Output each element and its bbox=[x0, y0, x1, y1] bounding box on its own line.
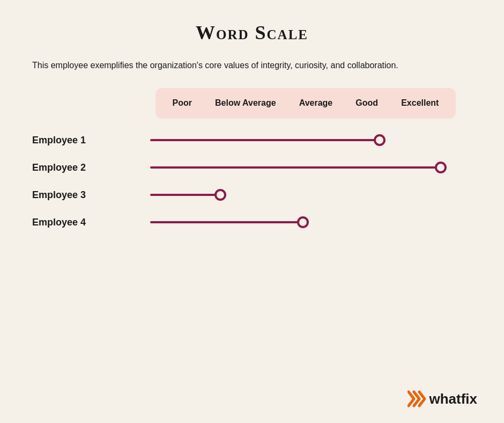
logo-text: whatfix bbox=[429, 391, 477, 407]
employee-3-slider[interactable] bbox=[150, 189, 456, 200]
table-row: Employee 1 bbox=[32, 135, 472, 146]
page-title: Word Scale bbox=[32, 21, 472, 44]
scale-label-good: Good bbox=[355, 98, 378, 109]
scale-label-below-average: Below Average bbox=[215, 98, 276, 109]
employee-4-label: Employee 4 bbox=[32, 217, 150, 228]
employee-2-label: Employee 2 bbox=[32, 162, 150, 173]
whatfix-logo: whatfix bbox=[407, 390, 477, 408]
employee-1-slider[interactable] bbox=[150, 135, 456, 145]
employee-1-label: Employee 1 bbox=[32, 135, 150, 146]
table-row: Employee 3 bbox=[32, 189, 472, 201]
page: Word Scale This employee exemplifies the… bbox=[0, 0, 504, 423]
employee-3-label: Employee 3 bbox=[32, 189, 150, 201]
table-row: Employee 4 bbox=[32, 217, 472, 228]
scale-label-average: Average bbox=[299, 98, 333, 109]
page-description: This employee exemplifies the organizati… bbox=[32, 59, 440, 72]
scale-header: Poor Below Average Average Good Excellen… bbox=[155, 88, 456, 119]
scale-label-poor: Poor bbox=[173, 98, 192, 109]
employees-section: Employee 1 Employee 2 Employee 3 Employe… bbox=[32, 135, 472, 244]
scale-label-excellent: Excellent bbox=[401, 98, 439, 109]
table-row: Employee 2 bbox=[32, 162, 472, 173]
employee-2-slider[interactable] bbox=[150, 162, 456, 173]
employee-4-slider[interactable] bbox=[150, 217, 456, 228]
logo-chevron-icon bbox=[407, 390, 428, 408]
